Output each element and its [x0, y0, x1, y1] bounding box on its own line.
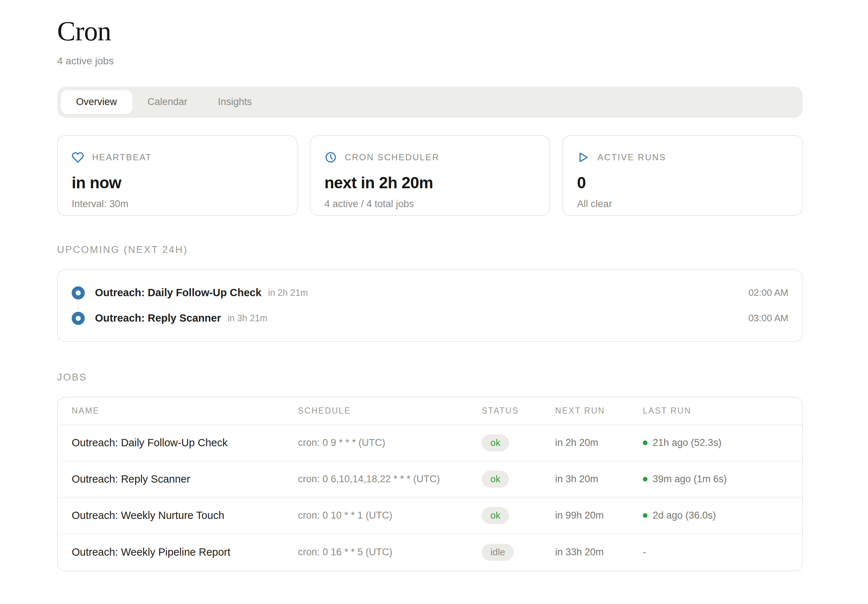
upcoming-item-relative-time: in 2h 21m	[268, 287, 308, 298]
job-last-run: 39m ago (1m 6s)	[643, 474, 788, 485]
column-header-status: STATUS	[482, 406, 555, 416]
column-header-schedule: SCHEDULE	[298, 406, 482, 416]
success-dot-icon	[643, 513, 648, 518]
table-row[interactable]: Outreach: Reply Scanner cron: 0 6,10,14,…	[58, 462, 802, 498]
job-schedule: cron: 0 16 * * 5 (UTC)	[298, 547, 482, 558]
upcoming-list-card: Outreach: Daily Follow-Up Check in 2h 21…	[57, 269, 803, 342]
job-last-run: 21h ago (52.3s)	[643, 437, 788, 448]
tab-bar: Overview Calendar Insights	[57, 87, 803, 118]
upcoming-item-time: 02:00 AM	[748, 287, 788, 298]
success-dot-icon	[643, 440, 648, 445]
clock-icon	[324, 151, 337, 164]
success-dot-icon	[643, 477, 648, 482]
active-runs-card: ACTIVE RUNS 0 All clear	[563, 135, 803, 216]
heartbeat-interval: Interval: 30m	[72, 198, 283, 210]
upcoming-item-title: Outreach: Reply Scanner	[95, 312, 221, 324]
tab-insights-label: Insights	[218, 96, 252, 108]
heartbeat-value: in now	[72, 174, 283, 192]
timeline-dot-icon	[72, 286, 85, 300]
active-jobs-count: 4 active jobs	[57, 55, 803, 67]
table-row[interactable]: Outreach: Weekly Pipeline Report cron: 0…	[58, 534, 802, 570]
job-name: Outreach: Daily Follow-Up Check	[72, 437, 298, 449]
job-schedule: cron: 0 6,10,14,18,22 * * * (UTC)	[298, 474, 482, 485]
cron-scheduler-card: CRON SCHEDULER next in 2h 20m 4 active /…	[310, 135, 550, 216]
cron-scheduler-label: CRON SCHEDULER	[345, 152, 439, 162]
job-last-run-text: 39m ago (1m 6s)	[653, 474, 727, 485]
page-title: Cron	[57, 17, 803, 46]
upcoming-item-title: Outreach: Daily Follow-Up Check	[95, 287, 262, 299]
job-name: Outreach: Weekly Nurture Touch	[72, 510, 298, 522]
upcoming-section-heading: UPCOMING (NEXT 24H)	[57, 244, 803, 255]
cron-scheduler-value: next in 2h 20m	[324, 174, 536, 192]
job-last-run-text: 21h ago (52.3s)	[653, 437, 721, 448]
jobs-table-header: NAME SCHEDULE STATUS NEXT RUN LAST RUN	[58, 398, 802, 425]
active-runs-status: All clear	[577, 198, 788, 210]
column-header-name: NAME	[72, 406, 298, 416]
play-icon	[577, 151, 589, 164]
jobs-table: NAME SCHEDULE STATUS NEXT RUN LAST RUN O…	[57, 397, 803, 571]
tab-insights[interactable]: Insights	[203, 90, 267, 114]
job-schedule: cron: 0 9 * * * (UTC)	[298, 437, 482, 448]
tab-overview-label: Overview	[76, 96, 117, 108]
tab-calendar-label: Calendar	[148, 96, 188, 108]
heartbeat-label: HEARTBEAT	[92, 152, 152, 162]
heart-icon	[72, 151, 84, 164]
heartbeat-card: HEARTBEAT in now Interval: 30m	[57, 135, 298, 216]
upcoming-list: Outreach: Daily Follow-Up Check in 2h 21…	[72, 280, 788, 331]
job-next-run: in 2h 20m	[555, 437, 643, 448]
job-last-run-text: -	[643, 547, 646, 558]
job-next-run: in 99h 20m	[555, 510, 643, 521]
active-runs-value: 0	[577, 174, 788, 192]
column-header-next-run: NEXT RUN	[555, 406, 643, 416]
job-schedule: cron: 0 10 * * 1 (UTC)	[298, 510, 482, 521]
status-badge: idle	[482, 544, 514, 561]
upcoming-item-relative-time: in 3h 21m	[228, 313, 268, 323]
status-badge: ok	[482, 471, 509, 488]
cron-scheduler-jobs-count: 4 active / 4 total jobs	[324, 198, 536, 210]
table-row[interactable]: Outreach: Daily Follow-Up Check cron: 0 …	[58, 425, 802, 462]
upcoming-item-time: 03:00 AM	[748, 312, 788, 324]
job-last-run: 2d ago (36.0s)	[643, 510, 788, 521]
job-name: Outreach: Weekly Pipeline Report	[72, 546, 298, 558]
status-badge: ok	[482, 507, 509, 524]
column-header-last-run: LAST RUN	[643, 406, 788, 416]
job-next-run: in 33h 20m	[555, 547, 643, 558]
stat-cards: HEARTBEAT in now Interval: 30m CRON SCHE…	[57, 135, 803, 216]
job-next-run: in 3h 20m	[555, 474, 643, 485]
job-last-run: -	[643, 547, 788, 558]
active-runs-label: ACTIVE RUNS	[597, 152, 666, 162]
timeline-dot-icon	[72, 312, 85, 325]
page-container: Cron 4 active jobs Overview Calendar Ins…	[57, 0, 803, 571]
tab-calendar[interactable]: Calendar	[132, 90, 203, 114]
status-badge: ok	[482, 434, 509, 451]
job-last-run-text: 2d ago (36.0s)	[653, 510, 716, 521]
jobs-section-heading: JOBS	[57, 372, 803, 383]
job-name: Outreach: Reply Scanner	[72, 473, 298, 485]
tab-overview[interactable]: Overview	[61, 90, 132, 114]
upcoming-item[interactable]: Outreach: Reply Scanner in 3h 21m 03:00 …	[72, 306, 788, 331]
table-row[interactable]: Outreach: Weekly Nurture Touch cron: 0 1…	[58, 498, 802, 534]
upcoming-item[interactable]: Outreach: Daily Follow-Up Check in 2h 21…	[72, 280, 788, 306]
